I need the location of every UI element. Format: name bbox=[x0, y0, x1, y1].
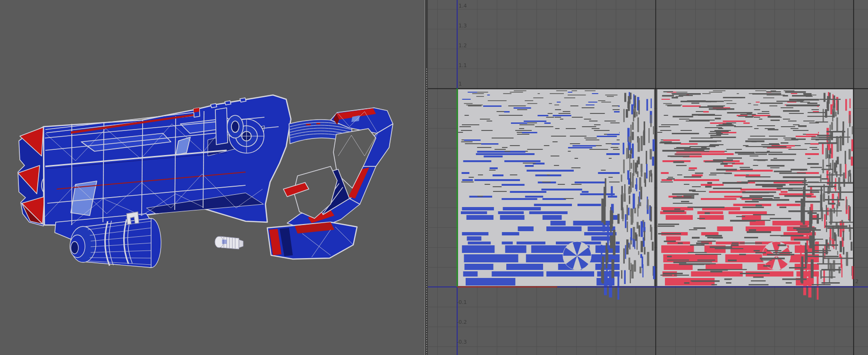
v-axis-tick: 1.2 bbox=[459, 43, 467, 48]
uv-canvas[interactable] bbox=[428, 0, 868, 355]
v-axis-tick: 1 bbox=[459, 81, 462, 87]
uv-editor-viewport[interactable]: 1.4 1.3 1.2 1.1 1 -0.1 -0.2 -0.3 2 bbox=[428, 0, 868, 355]
floating-part[interactable] bbox=[215, 236, 243, 249]
v-axis-tick: 1.1 bbox=[459, 63, 467, 68]
rifle-body[interactable] bbox=[43, 95, 291, 241]
v-axis-tick: -0.1 bbox=[457, 300, 467, 305]
u-axis-tick: 2 bbox=[855, 279, 859, 284]
v-axis-tick: 1.4 bbox=[459, 3, 467, 9]
workspace: 1.4 1.3 1.2 1.1 1 -0.1 -0.2 -0.3 2 bbox=[0, 0, 868, 355]
panel-divider[interactable] bbox=[425, 0, 428, 355]
perspective-viewport[interactable] bbox=[0, 0, 425, 355]
rifle-wireframe-model[interactable] bbox=[0, 0, 425, 355]
v-axis-tick: -0.2 bbox=[457, 320, 467, 325]
v-axis-tick: -0.3 bbox=[457, 339, 467, 345]
panel-divider-dotted-line bbox=[426, 69, 427, 355]
v-axis-tick: 1.3 bbox=[459, 23, 467, 28]
